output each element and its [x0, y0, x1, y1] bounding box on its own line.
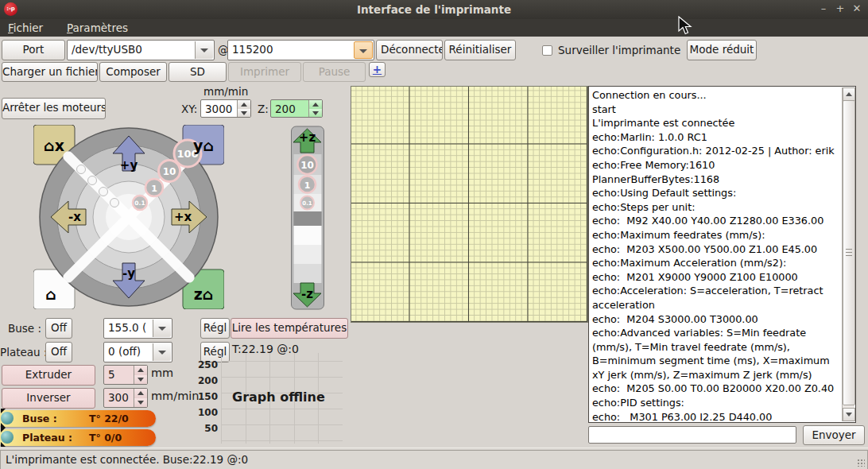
compose-button[interactable]: Composer [99, 62, 167, 82]
port-dropdown-arrow-icon[interactable] [195, 41, 213, 59]
status-text: L'imprimante est connectée. Buse:22.19 @… [6, 453, 248, 466]
z-minus-label: -z [301, 287, 313, 301]
hotend-set-button[interactable]: Régl [200, 318, 230, 339]
pause-button: Pause [303, 62, 366, 82]
app-window: :-p Interface de l'imprimante – + ✕ Fich… [0, 0, 868, 469]
xy-feed-spinner[interactable]: 3000 [200, 99, 251, 118]
minimize-button[interactable]: – [816, 2, 831, 17]
bed-preset-arrow-icon[interactable] [153, 343, 171, 361]
load-file-button[interactable]: Charger un fichier [2, 62, 98, 82]
spin-down-icon[interactable] [134, 375, 147, 385]
scroll-up-icon[interactable] [843, 87, 855, 101]
log-scrollbar[interactable] [842, 87, 854, 421]
graph-ytick: 50 [197, 423, 218, 434]
z-jog-column[interactable]: +z -z 10 1 0.1 [290, 126, 325, 310]
menu-bar: Fichier Paramètres [0, 19, 868, 37]
gcode-viewer[interactable] [351, 86, 588, 323]
hotend-gauge-value: T° 22/0 [89, 413, 129, 424]
reverse-button[interactable]: Inverser [2, 388, 95, 409]
title-bar: :-p Interface de l'imprimante – + ✕ [0, 0, 868, 19]
hotend-temp-gauge[interactable]: Buse : T° 22/0 [0, 410, 156, 427]
window-title: Interface de l'imprimante [0, 3, 868, 16]
baud-combo[interactable]: 115200 [227, 40, 374, 60]
bed-off-button[interactable]: Off [45, 342, 72, 362]
jog-wheel[interactable]: +y -y -x +x 100 10 1 0.1 ⌂x y⌂ ⌂ z⌂ [33, 125, 224, 309]
z-minus-01-band[interactable] [294, 226, 322, 245]
sd-button[interactable]: SD [169, 62, 227, 82]
stop-motors-button[interactable]: Arrêter les moteurs [2, 98, 106, 119]
bed-preset-combo[interactable]: 0 (off) [103, 342, 172, 362]
extrude-unit-label: mm [151, 366, 173, 379]
read-temps-button[interactable]: Lire les températures [231, 318, 348, 339]
hotend-label: Buse : [8, 322, 41, 335]
menu-fichier[interactable]: Fichier [5, 21, 46, 34]
monitor-checkbox[interactable] [542, 45, 552, 56]
minus-x-label: -x [68, 210, 81, 224]
command-input[interactable] [588, 426, 796, 444]
z-minus-1-band[interactable] [294, 245, 322, 264]
home-z-icon: z⌂ [194, 285, 214, 303]
scroll-down-icon[interactable] [843, 408, 855, 421]
plus-x-label: +x [174, 210, 192, 224]
z-plus-label: +z [299, 130, 316, 145]
extrude-amount-spinner[interactable]: 5 [103, 365, 148, 385]
reset-button[interactable]: Réinitialiser [444, 40, 516, 60]
step-1-label: 1 [151, 184, 157, 194]
z-minus-10-band[interactable] [294, 264, 322, 283]
bed-label: Plateau : [0, 346, 47, 359]
maximize-button[interactable]: + [832, 2, 848, 17]
feedrate-unit-label: mm/min [203, 85, 248, 98]
step-10-label: 10 [163, 166, 176, 177]
gauge-handle[interactable] [1, 431, 14, 444]
extrude-button[interactable]: Extruder [2, 365, 95, 386]
z-feed-label: Z: [258, 103, 269, 115]
close-button[interactable]: ✕ [849, 2, 865, 17]
menu-parametres[interactable]: Paramètres [64, 21, 131, 34]
bed-gauge-value: T° 0/0 [89, 432, 122, 444]
baud-dropdown-arrow-icon[interactable] [354, 41, 373, 59]
z-step-01-label: 0.1 [302, 200, 312, 207]
z-step-1-label: 1 [304, 180, 311, 191]
graph-ytick: 250 [197, 359, 218, 370]
spin-down-icon[interactable] [309, 109, 322, 118]
graph-ytick: 150 [197, 391, 218, 402]
toolbar-overflow-button[interactable]: + [369, 62, 386, 77]
graph-ytick: 100 [197, 407, 218, 418]
disconnect-button[interactable]: Déconnecter [376, 40, 443, 60]
minus-y-label: -y [122, 266, 135, 281]
graph-ytick: 200 [197, 375, 218, 386]
hotend-preset-combo[interactable]: 155.0 ( [103, 318, 172, 339]
z-step-badges: 10 1 0.1 [298, 155, 317, 210]
step-01-label: 0.1 [134, 200, 145, 207]
monitor-label: Surveiller l'imprimante [558, 44, 680, 56]
home-y-icon: y⌂ [193, 137, 214, 154]
hotend-preset-arrow-icon[interactable] [153, 320, 171, 337]
spin-down-icon[interactable] [238, 109, 250, 118]
z-feed-spinner[interactable]: 200 [270, 99, 323, 118]
bed-temp-gauge[interactable]: Plateau : T° 0/0 [0, 429, 156, 446]
port-button[interactable]: Port [2, 40, 65, 60]
xy-feed-label: XY: [181, 103, 197, 115]
port-value: /dev/ttyUSB0 [72, 43, 142, 56]
reverse-unit-label: mm/min [151, 390, 199, 402]
home-x-icon: ⌂x [44, 137, 64, 154]
z-step-10-label: 10 [300, 160, 314, 171]
port-combo[interactable]: /dev/ttyUSB0 [67, 40, 215, 60]
hotend-off-button[interactable]: Off [45, 318, 72, 339]
home-all-icon: ⌂ [45, 285, 56, 303]
baud-value: 115200 [232, 43, 273, 56]
graph-offline-label: Graph offline [232, 390, 325, 405]
gauge-handle[interactable] [1, 412, 14, 424]
status-bar: L'imprimante est connectée. Buse:22.19 @… [0, 448, 868, 469]
log-text: Connection en cours... start L'imprimant… [592, 88, 841, 421]
reverse-speed-spinner[interactable]: 300 [103, 388, 148, 408]
send-button[interactable]: Envoyer [803, 425, 865, 445]
log-panel[interactable]: Connection en cours... start L'imprimant… [588, 86, 856, 423]
print-button: Imprimer [228, 62, 301, 82]
mini-mode-button[interactable]: Mode réduit [687, 40, 757, 60]
z-center-band [294, 211, 322, 226]
spin-down-icon[interactable] [134, 398, 147, 408]
plus-y-label: +y [120, 158, 138, 172]
resize-grip[interactable] [857, 459, 865, 467]
scroll-thumb[interactable] [843, 100, 855, 405]
